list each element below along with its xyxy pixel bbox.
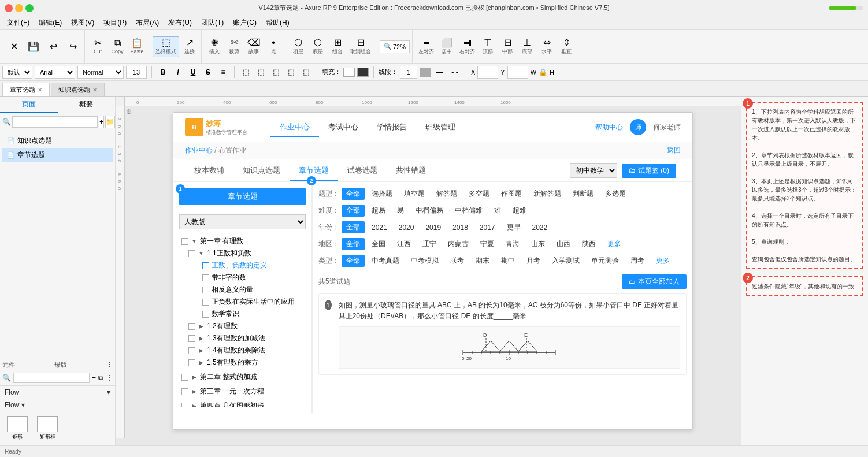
type-draw[interactable]: 作图题: [496, 188, 526, 200]
tab-chapter-selection[interactable]: 章节选题 ✕: [2, 83, 50, 96]
copy-button[interactable]: ⧉ Copy: [108, 38, 127, 55]
tab-textbook[interactable]: 校本数辅: [185, 159, 233, 181]
menu-layout[interactable]: 布局(A): [131, 17, 164, 29]
cat-more[interactable]: 更多: [651, 255, 674, 267]
region-all[interactable]: 全部: [342, 238, 365, 250]
tab-knowledge-selection[interactable]: 知识点选题 ✕: [51, 83, 105, 96]
flow-arrow-label[interactable]: Flow ▾: [0, 399, 115, 411]
type-solve[interactable]: 解答题: [432, 188, 462, 200]
diff-mid-easy[interactable]: 中档偏易: [411, 205, 448, 217]
region-shaanxi[interactable]: 陕西: [577, 238, 600, 250]
basket-button[interactable]: 🗂 试题篮 (0): [622, 164, 676, 178]
expand-ch3[interactable]: ▶: [191, 388, 198, 395]
cut-button[interactable]: ✂ Cut: [88, 38, 107, 55]
style-select[interactable]: 默认: [2, 66, 32, 79]
tree-parent-1-4[interactable]: ▶ 1.4有理数的乘除法: [186, 344, 306, 356]
point-button[interactable]: • 点: [264, 37, 283, 57]
checkbox-1-3[interactable]: [188, 335, 195, 342]
italic-button[interactable]: I: [172, 66, 184, 79]
nav-homework[interactable]: 作业中心: [270, 117, 319, 137]
diff-mid-hard[interactable]: 中档偏难: [450, 205, 487, 217]
more-component-icon[interactable]: ⋮: [106, 374, 113, 382]
checkbox-1-5[interactable]: [188, 359, 195, 366]
tree-parent-1-2[interactable]: ▶ 1.2有理数: [186, 320, 306, 332]
cat-monthly[interactable]: 月考: [522, 255, 545, 267]
menu-help[interactable]: 帮助(H): [261, 17, 294, 29]
delete-button[interactable]: ⌫ 故事: [244, 37, 263, 57]
type-multi-choice[interactable]: 多选题: [600, 188, 630, 200]
align-right-button[interactable]: ⫥ 右对齐: [457, 37, 477, 57]
tree-parent-ch1[interactable]: ▼ 第一章 有理数: [179, 235, 306, 247]
tree-parent-1-5[interactable]: ▶ 1.5有理数的乘方: [186, 356, 306, 369]
checkbox-1-1-3[interactable]: [202, 287, 209, 293]
undo-button[interactable]: ↩: [44, 41, 62, 53]
align-right-text-button[interactable]: ⬚: [269, 66, 282, 79]
region-more[interactable]: 更多: [603, 238, 626, 250]
connect-button[interactable]: ↗ 连接: [180, 37, 199, 57]
expand-1-5[interactable]: ▶: [198, 359, 205, 366]
flow-label[interactable]: Flow ▾: [0, 386, 115, 399]
tree-parent-ch4[interactable]: ▶ 第四章 几何图形初步: [179, 400, 306, 407]
page-search-input[interactable]: [12, 116, 98, 128]
align-h-button[interactable]: ⇔ 水平: [537, 37, 556, 57]
tab-common-error[interactable]: 共性错题: [387, 159, 435, 181]
stroke-dash2-button[interactable]: - -: [448, 66, 461, 79]
weight-select[interactable]: Normal: [77, 66, 124, 79]
overview-tab[interactable]: 概要: [58, 97, 116, 113]
diff-all[interactable]: 全部: [342, 205, 365, 217]
align-center-text-button[interactable]: ⬚: [254, 66, 267, 79]
region-qinghai[interactable]: 青海: [501, 238, 524, 250]
tree-child-1-1-2[interactable]: 带非字的数: [200, 272, 306, 284]
type-multi-fill[interactable]: 多空题: [464, 188, 494, 200]
diff-very-hard[interactable]: 超难: [508, 205, 531, 217]
type-new-solve[interactable]: 新解答题: [529, 188, 566, 200]
align-center-button[interactable]: ⬜ 居中: [437, 37, 456, 57]
list-button[interactable]: ≡: [217, 66, 229, 79]
pages-tab[interactable]: 页面: [0, 97, 58, 113]
nav-report[interactable]: 学情报告: [368, 117, 416, 137]
cat-entrance[interactable]: 入学测试: [547, 255, 584, 267]
checkbox-ch3[interactable]: [181, 388, 188, 395]
ungroup-button[interactable]: ⊟ 取消组合: [348, 37, 373, 57]
copy-component-icon[interactable]: ⧉: [98, 374, 103, 382]
stroke-color-swatch[interactable]: [420, 68, 431, 77]
expand-1-4[interactable]: ▶: [198, 347, 205, 354]
region-jiangxi[interactable]: 江西: [392, 238, 416, 250]
back-button[interactable]: ⬡ 底层: [309, 37, 327, 57]
year-2020[interactable]: 2020: [394, 222, 419, 233]
underline-button[interactable]: U: [187, 66, 199, 79]
menu-view[interactable]: 视图(V): [66, 17, 99, 29]
font-size-input[interactable]: [126, 66, 147, 79]
menu-team[interactable]: 团队(T): [196, 17, 228, 29]
bold-button[interactable]: B: [157, 66, 169, 79]
cat-mock[interactable]: 中考模拟: [406, 255, 443, 267]
align-mid-button[interactable]: ⊟ 中部: [498, 37, 517, 57]
add-component-icon[interactable]: +: [92, 374, 96, 382]
add-page-button[interactable]: +: [99, 116, 104, 128]
expand-1-3[interactable]: ▶: [198, 335, 205, 342]
cat-unit[interactable]: 单元测验: [587, 255, 624, 267]
checkbox-ch1[interactable]: [181, 238, 188, 245]
year-2017[interactable]: 2017: [475, 222, 500, 233]
fill-color-swatch[interactable]: [343, 68, 355, 77]
add-all-button[interactable]: 🗂 本页全部加入: [622, 274, 687, 289]
year-2021[interactable]: 2021: [367, 222, 392, 233]
menu-publish[interactable]: 发布(U): [164, 17, 196, 29]
tab-exam-paper[interactable]: 试卷选题: [338, 159, 387, 181]
cat-mid[interactable]: 期中: [496, 255, 520, 267]
y-input[interactable]: [507, 66, 528, 79]
group-button[interactable]: ⊞ 组合: [328, 37, 347, 57]
cat-exam[interactable]: 中考真题: [367, 255, 404, 267]
page-folder-button[interactable]: 📁: [105, 116, 115, 128]
type-fill[interactable]: 填空题: [399, 188, 429, 200]
checkbox-1-1-2[interactable]: [202, 274, 209, 281]
cat-joint[interactable]: 联考: [446, 255, 469, 267]
expand-ch1[interactable]: ▼: [191, 238, 198, 245]
year-all[interactable]: 全部: [342, 221, 365, 233]
align-distribute-button[interactable]: ⬚: [299, 66, 312, 79]
year-earlier[interactable]: 更早: [502, 221, 525, 233]
expand-1-1[interactable]: ▼: [198, 250, 205, 257]
region-liaoning[interactable]: 辽宁: [418, 238, 441, 250]
back-button[interactable]: 返回: [667, 146, 681, 155]
tree-parent-ch2[interactable]: ▶ 第二章 整式的加减: [179, 371, 306, 383]
